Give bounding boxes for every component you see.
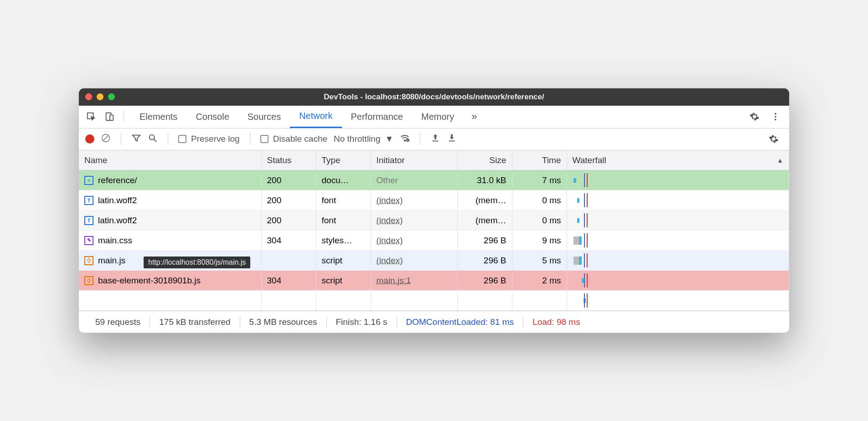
throttling-value: No throttling — [334, 134, 380, 144]
col-name[interactable]: Name — [79, 150, 261, 170]
request-name: reference/ — [98, 175, 137, 185]
filter-icon[interactable] — [131, 133, 141, 145]
request-name: main.js — [98, 256, 125, 266]
throttling-select[interactable]: No throttling ▼ — [334, 134, 393, 144]
waterfall-cell — [573, 193, 784, 207]
settings-icon[interactable] — [745, 112, 764, 122]
size-cell: 31.0 kB — [457, 170, 512, 190]
initiator-link[interactable]: (index) — [377, 256, 403, 265]
size-cell: (mem… — [457, 190, 512, 210]
more-options-icon[interactable] — [766, 112, 785, 122]
svg-line-7 — [103, 135, 108, 140]
stat-finish: Finish: 1.16 s — [327, 317, 397, 327]
svg-rect-2 — [110, 115, 113, 121]
disable-cache-checkbox[interactable]: Disable cache — [260, 134, 327, 144]
close-window-button[interactable] — [85, 93, 92, 100]
network-row[interactable]: ⟨⟩main.jshttp://localhost:8080/js/main.j… — [79, 251, 789, 271]
stat-load: Load: 98 ms — [523, 317, 589, 327]
load-marker — [587, 233, 588, 247]
download-har-icon[interactable] — [447, 133, 457, 145]
svg-point-5 — [775, 119, 776, 121]
time-cell: 0 ms — [512, 210, 567, 231]
svg-point-8 — [150, 134, 155, 139]
tab-console[interactable]: Console — [186, 106, 238, 128]
preserve-log-checkbox[interactable]: Preserve log — [178, 134, 240, 144]
network-row[interactable]: Tlatin.woff2200font(index)(mem…0 ms — [79, 210, 789, 231]
stat-requests: 59 requests — [86, 317, 150, 327]
network-toolbar: Preserve log Disable cache No throttling… — [79, 128, 789, 150]
waterfall-bar — [574, 178, 576, 183]
network-row[interactable]: Tlatin.woff2200font(index)(mem…0 ms — [79, 190, 789, 210]
tab-memory[interactable]: Memory — [412, 106, 463, 128]
search-icon[interactable] — [148, 133, 158, 145]
load-marker — [587, 253, 588, 267]
time-cell: 2 ms — [512, 271, 567, 291]
dcl-marker — [584, 213, 585, 227]
waterfall-bar — [577, 198, 579, 203]
divider — [168, 133, 168, 145]
time-cell: 7 ms — [512, 170, 567, 190]
load-marker — [587, 273, 588, 288]
waterfall-cell — [573, 253, 784, 267]
initiator-link[interactable]: main.js:1 — [377, 276, 411, 285]
dcl-marker — [584, 273, 585, 288]
more-tabs-button[interactable]: » — [466, 111, 482, 123]
size-cell: (mem… — [457, 210, 512, 231]
svg-rect-12 — [433, 140, 439, 141]
maximize-window-button[interactable] — [108, 93, 115, 100]
col-type[interactable]: Type — [316, 150, 371, 170]
col-waterfall[interactable]: Waterfall ▲ — [567, 150, 789, 170]
svg-rect-13 — [449, 140, 455, 141]
svg-point-10 — [404, 140, 406, 141]
load-marker — [587, 213, 588, 227]
type-cell: script — [316, 271, 371, 291]
upload-har-icon[interactable] — [430, 133, 440, 145]
doc-file-icon: ≡ — [84, 176, 93, 185]
col-status[interactable]: Status — [261, 150, 316, 170]
status-cell — [261, 251, 316, 271]
size-cell: 296 B — [457, 271, 512, 291]
css-file-icon: ✎ — [84, 236, 93, 245]
waterfall-bar — [574, 257, 582, 265]
initiator-link[interactable]: (index) — [377, 236, 403, 245]
network-row[interactable]: ✎main.css304styles…(index)296 B9 ms — [79, 231, 789, 251]
initiator-cell: (index) — [371, 210, 457, 231]
initiator-link[interactable]: (index) — [377, 195, 403, 205]
inspect-element-icon[interactable] — [83, 109, 99, 124]
tab-performance[interactable]: Performance — [342, 106, 413, 128]
dcl-marker — [584, 233, 585, 247]
request-name: latin.woff2 — [98, 195, 137, 205]
clear-button[interactable] — [101, 133, 111, 145]
font-file-icon: T — [84, 216, 93, 225]
waterfall-cell — [573, 173, 784, 187]
initiator-cell: main.js:1 — [371, 271, 457, 291]
tab-network[interactable]: Network — [290, 106, 341, 128]
stat-transferred: 175 kB transferred — [150, 317, 239, 327]
record-button[interactable] — [85, 134, 94, 144]
tab-sources[interactable]: Sources — [238, 106, 290, 128]
initiator-link[interactable]: (index) — [377, 216, 403, 225]
network-row[interactable]: ≡reference/200docu…Other31.0 kB7 ms — [79, 170, 789, 190]
stat-resources: 5.3 MB resources — [240, 317, 326, 327]
device-toolbar-icon[interactable] — [102, 109, 117, 124]
network-table: Name Status Type Initiator Size Time Wat… — [79, 150, 789, 311]
initiator-cell: Other — [371, 170, 457, 190]
col-time[interactable]: Time — [512, 150, 567, 170]
col-initiator[interactable]: Initiator — [371, 150, 457, 170]
time-cell: 0 ms — [512, 190, 567, 210]
network-settings-icon[interactable] — [765, 134, 783, 144]
panel-tabs: ElementsConsoleSourcesNetworkPerformance… — [79, 106, 789, 128]
waterfall-cell — [573, 273, 784, 288]
request-name: base-element-3018901b.js — [98, 276, 201, 286]
waterfall-bar — [577, 218, 579, 223]
checkbox-icon — [178, 135, 186, 143]
network-row[interactable]: ⟨⟩base-element-3018901b.js304scriptmain.… — [79, 271, 789, 291]
tab-elements[interactable]: Elements — [130, 106, 186, 128]
col-size[interactable]: Size — [457, 150, 512, 170]
minimize-window-button[interactable] — [97, 93, 103, 100]
status-cell: 304 — [261, 271, 316, 291]
network-conditions-icon[interactable] — [400, 133, 410, 145]
type-cell: styles… — [316, 231, 371, 251]
window-title: DevTools - localhost:8080/docs/devtools/… — [79, 92, 789, 102]
waterfall-cell — [573, 213, 784, 227]
